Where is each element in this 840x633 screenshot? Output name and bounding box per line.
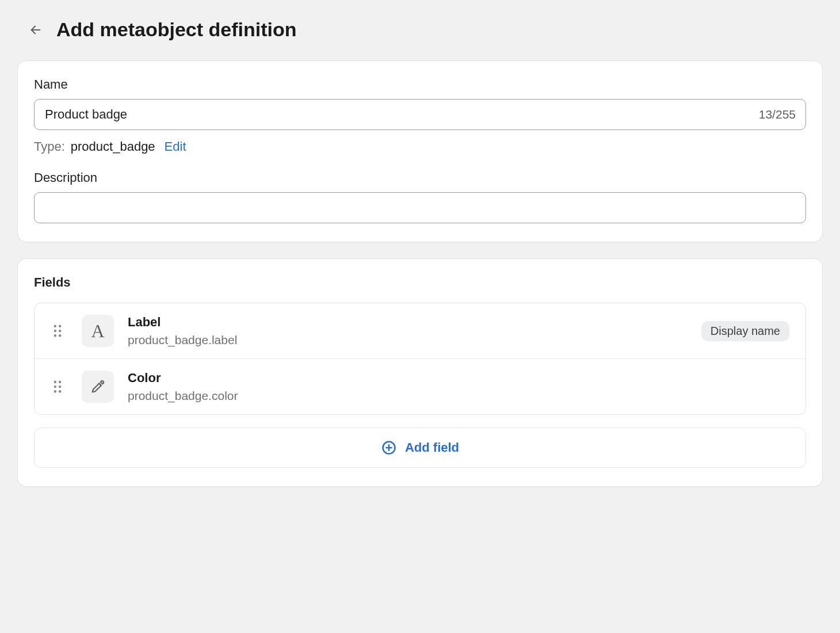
svg-point-2 (59, 325, 61, 327)
description-input[interactable] (34, 192, 806, 223)
drag-handle-icon (54, 380, 62, 393)
page-title: Add metaobject definition (56, 18, 296, 41)
svg-point-9 (54, 386, 56, 388)
plus-circle-icon (381, 440, 397, 456)
field-text: Color product_badge.color (128, 371, 789, 403)
field-name: Label (128, 315, 701, 330)
svg-point-4 (59, 330, 61, 332)
fields-card: Fields A Label (17, 258, 823, 487)
color-type-icon (82, 371, 114, 403)
field-name: Color (128, 371, 789, 386)
text-type-icon: A (82, 315, 114, 347)
add-field-label: Add field (405, 440, 459, 455)
svg-point-5 (54, 334, 56, 337)
type-value: product_badge (71, 139, 155, 154)
drag-handle[interactable] (51, 325, 64, 337)
name-input[interactable] (34, 99, 806, 130)
svg-point-12 (59, 390, 61, 392)
add-field-button[interactable]: Add field (34, 428, 806, 468)
svg-point-7 (54, 381, 56, 383)
definition-info-card: Name 13/255 Type: product_badge Edit Des… (17, 60, 823, 242)
name-char-counter: 13/255 (759, 108, 796, 121)
page-header: Add metaobject definition (17, 18, 823, 41)
svg-point-6 (59, 334, 61, 337)
edit-type-link[interactable]: Edit (165, 139, 186, 154)
field-row[interactable]: A Label product_badge.label Display name (35, 303, 805, 359)
drag-handle-icon (54, 325, 62, 337)
arrow-left-icon (29, 24, 42, 36)
fields-heading: Fields (34, 275, 806, 290)
type-label: Type: (34, 139, 65, 154)
description-label: Description (34, 170, 806, 185)
type-line: Type: product_badge Edit (34, 139, 806, 154)
field-text: Label product_badge.label (128, 315, 701, 347)
drag-handle[interactable] (51, 380, 64, 393)
svg-point-1 (54, 325, 56, 327)
display-name-badge: Display name (701, 321, 789, 341)
svg-point-11 (54, 390, 56, 392)
eyedropper-icon (90, 379, 106, 395)
fields-list: A Label product_badge.label Display name (34, 303, 806, 415)
name-label: Name (34, 77, 806, 92)
name-input-wrap: 13/255 (34, 99, 806, 130)
field-key: product_badge.color (128, 389, 789, 403)
field-row[interactable]: Color product_badge.color (35, 359, 805, 414)
back-button[interactable] (25, 20, 46, 40)
svg-point-8 (59, 381, 61, 383)
svg-point-10 (59, 386, 61, 388)
svg-point-3 (54, 330, 56, 332)
field-key: product_badge.label (128, 333, 701, 347)
